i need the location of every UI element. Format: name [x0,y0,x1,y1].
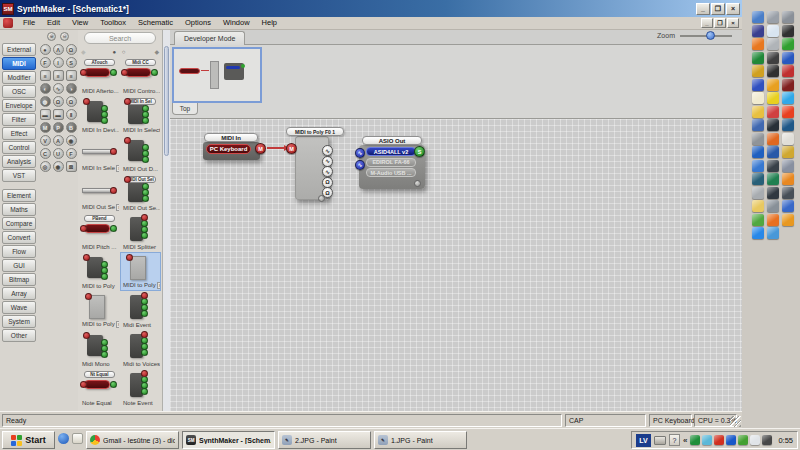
show-desktop-icon[interactable] [72,433,83,444]
module-title-midi-in[interactable]: MIDI In [204,133,258,142]
desktop-icon-15[interactable] [752,79,764,91]
sidebar-item-modifier[interactable]: Modifier [2,71,36,84]
desktop-icon-36[interactable] [752,173,764,185]
desktop-icon-0[interactable] [752,11,764,23]
tray-expand-icon[interactable]: « [683,436,687,445]
sidebar-item-compare[interactable]: Compare [2,217,36,230]
poly-output-connector-0[interactable]: ∿ [322,145,333,156]
menu-window[interactable]: Window [217,17,256,29]
desktop-icon-30[interactable] [752,146,764,158]
sidebar-item-vst[interactable]: VST [2,169,36,182]
palette-item-14[interactable]: Midi Mono [79,330,120,369]
menu-file[interactable]: File [17,17,41,29]
type-filter-icon-26[interactable]: F [66,148,77,159]
asio-driver-2[interactable]: M-Audio USB ... [366,168,416,177]
asio-input-connector-1[interactable]: ∿ [355,160,365,170]
desktop-icon-23[interactable] [782,106,794,118]
type-filter-icon-15[interactable]: ▬ [40,109,51,120]
midi-to-poly-input-connector[interactable]: M [286,143,297,154]
printer-icon[interactable] [654,436,666,445]
tray-icon-1[interactable] [702,435,712,445]
desktop-icon-29[interactable] [782,133,794,145]
midi-to-poly-grip[interactable] [318,195,325,202]
palette-item-11[interactable]: MIDI to Polyx [120,252,161,291]
type-filter-icon-1[interactable]: Λ [53,44,64,55]
palette-item-17[interactable]: Note Event [120,369,161,408]
zoom-slider[interactable] [680,35,732,37]
type-filter-icon-19[interactable]: P [53,122,64,133]
palette-item-13[interactable]: Midi Event [120,291,161,330]
sidebar-item-external[interactable]: External [2,43,36,56]
menu-options[interactable]: Options [179,17,217,29]
sidebar-item-flow[interactable]: Flow [2,245,36,258]
navigator-tab-top[interactable]: Top [172,103,198,115]
type-filter-icon-23[interactable]: ◉ [66,135,77,146]
asio-grip[interactable] [414,180,421,187]
palette-item-0[interactable]: ATouchMIDI Afterto... [79,57,120,96]
asio-stream-connector[interactable]: S [414,146,425,157]
type-filter-icon-21[interactable]: V [40,135,51,146]
desktop-icon-44[interactable] [782,200,794,212]
type-filter-icon-28[interactable]: ◉ [53,161,64,172]
poly-output-connector-3[interactable]: Ω [322,177,333,188]
palette-item-7[interactable]: MIDI Out SelMIDI Out Se... [120,174,161,213]
asio-driver-0[interactable]: ASID4ALL v2 [366,147,416,156]
palette-item-15[interactable]: Midi to Voices [120,330,161,369]
desktop-icon-34[interactable] [767,160,779,172]
asio-input-connector-0[interactable]: ∿ [355,148,365,158]
title-bar[interactable]: SM SynthMaker - [Schematic1*] _ ❐ × [0,0,742,17]
desktop-icon-43[interactable] [767,200,779,212]
desktop-icon-32[interactable] [782,146,794,158]
tab-developer-mode[interactable]: Developer Mode [174,31,245,45]
task-button-2[interactable]: ✎2.JPG - Paint [278,431,371,449]
type-filter-icon-9[interactable]: ◐ [40,83,51,94]
palette-item-12[interactable]: MIDI to Polyx [79,291,120,330]
internet-explorer-icon[interactable] [58,433,69,444]
menu-schematic[interactable]: Schematic [132,17,179,29]
sidebar-item-system[interactable]: System [2,315,36,328]
type-filter-icon-2[interactable]: Ω [66,44,77,55]
desktop-icon-5[interactable] [782,25,794,37]
desktop-icon-19[interactable] [767,92,779,104]
desktop-icon-9[interactable] [752,52,764,64]
midi-in-output-connector[interactable]: M [255,143,266,154]
sidebar-item-element[interactable]: Element [2,189,36,202]
close-button[interactable]: × [726,3,740,15]
sidebar-item-bitmap[interactable]: Bitmap [2,273,36,286]
start-button[interactable]: Start [2,431,55,449]
sidebar-item-other[interactable]: Other [2,329,36,342]
type-filter-icon-20[interactable]: B [66,122,77,133]
tray-icon-0[interactable] [690,435,700,445]
desktop-icon-48[interactable] [752,227,764,239]
desktop-icon-47[interactable] [782,214,794,226]
palette-item-3[interactable]: MIDI In SelMIDI In Select [120,96,161,135]
midi-device-pill[interactable]: PC Keyboard [206,144,251,154]
child-minimize-button[interactable]: _ [701,18,713,28]
desktop-icon-25[interactable] [767,119,779,131]
desktop-icon-4[interactable] [767,25,779,37]
desktop-icon-12[interactable] [752,65,764,77]
desktop-icon-21[interactable] [752,106,764,118]
poly-output-connector-1[interactable]: ∿ [322,156,333,167]
desktop-icon-28[interactable] [767,133,779,145]
type-filter-icon-24[interactable]: C [40,148,51,159]
tray-icon-5[interactable] [750,435,760,445]
help-icon[interactable]: ? [669,434,680,446]
resize-grip[interactable] [730,416,741,427]
sidebar-item-midi[interactable]: MIDI [2,57,36,70]
palette-item-8[interactable]: PBendMIDI Pitch ... [79,213,120,252]
task-button-0[interactable]: Gmail - Iesūtne (3) - didzi... [86,431,179,449]
type-filter-icon-0[interactable]: ● [40,44,51,55]
desktop-icon-31[interactable] [767,146,779,158]
type-filter-icon-11[interactable]: ◑ [66,83,77,94]
desktop-icon-26[interactable] [782,119,794,131]
palette-item-10[interactable]: MIDI to Poly [79,252,120,291]
search-input[interactable]: Search [84,32,156,44]
module-title-asio-out[interactable]: ASIO Out [362,136,422,145]
child-close-button[interactable]: × [727,18,739,28]
type-filter-icon-18[interactable]: M [40,122,51,133]
desktop-icon-33[interactable] [752,160,764,172]
palette-item-16[interactable]: Nt EqualNote Equal [79,369,120,408]
tray-icon-6[interactable] [762,435,772,445]
menu-edit[interactable]: Edit [41,17,66,29]
